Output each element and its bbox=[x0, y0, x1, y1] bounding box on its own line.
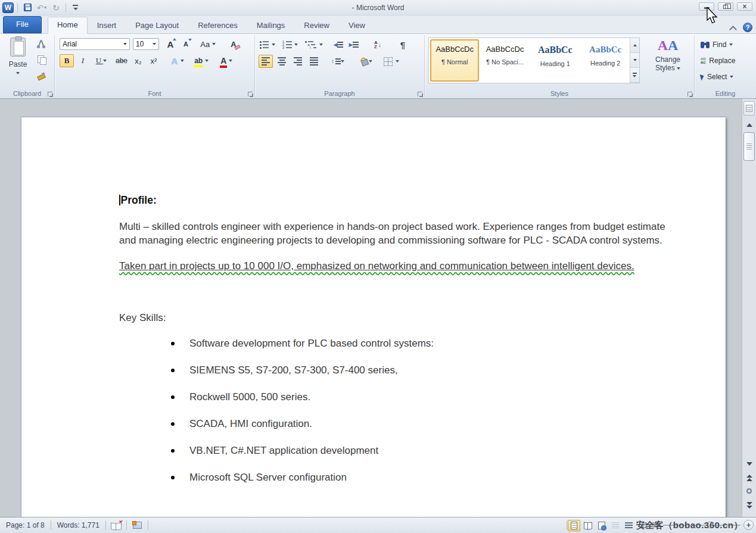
zoom-in-button[interactable]: + bbox=[743, 520, 754, 530]
multilevel-list-button[interactable]: a i bbox=[304, 38, 324, 51]
help-button[interactable]: ? bbox=[743, 23, 752, 32]
more-icon bbox=[633, 73, 637, 77]
styles-scroll-up-button[interactable] bbox=[630, 38, 639, 53]
shrink-font-button[interactable]: A bbox=[179, 38, 193, 51]
italic-button[interactable]: I bbox=[76, 54, 90, 67]
word-app-icon[interactable]: W bbox=[2, 2, 14, 13]
tab-home[interactable]: Home bbox=[48, 17, 88, 34]
strikethrough-button[interactable]: abe bbox=[114, 54, 129, 67]
scroll-up-button[interactable] bbox=[743, 119, 755, 130]
web-layout-view-button[interactable] bbox=[595, 520, 608, 531]
document-page[interactable]: Profile: Multi – skilled controls engine… bbox=[21, 117, 726, 517]
paragraph-dialog-launcher[interactable] bbox=[418, 92, 422, 96]
draft-view-button[interactable] bbox=[623, 520, 635, 531]
font-name-combobox[interactable]: Arial bbox=[60, 38, 130, 50]
select-button[interactable]: Select bbox=[701, 71, 733, 83]
bold-button[interactable]: B bbox=[60, 54, 74, 67]
copy-button[interactable] bbox=[35, 53, 48, 66]
font-color-button[interactable]: A bbox=[216, 54, 237, 67]
redo-button[interactable]: ↻ bbox=[50, 2, 62, 14]
select-browse-object-button[interactable] bbox=[743, 485, 755, 497]
tab-view[interactable]: View bbox=[339, 17, 375, 33]
undo-button[interactable]: ↶▾ bbox=[36, 2, 48, 14]
change-case-button[interactable]: Aa bbox=[198, 38, 218, 51]
style-heading2[interactable]: AaBbCc Heading 2 bbox=[581, 39, 630, 82]
replace-button[interactable]: abac Replace bbox=[701, 55, 735, 67]
select-label: Select bbox=[707, 73, 727, 81]
align-right-button[interactable] bbox=[291, 55, 305, 68]
subscript-button[interactable]: x₂ bbox=[131, 54, 145, 67]
scroll-down-button[interactable] bbox=[743, 458, 755, 469]
superscript-button[interactable]: x² bbox=[147, 54, 161, 67]
customize-qat-button[interactable] bbox=[70, 2, 82, 14]
grow-font-button[interactable]: A bbox=[163, 38, 178, 51]
previous-page-button[interactable] bbox=[743, 472, 755, 484]
clipboard-dialog-launcher[interactable] bbox=[48, 92, 52, 96]
format-painter-button[interactable] bbox=[35, 68, 48, 82]
highlight-color-button[interactable]: ab bbox=[191, 54, 212, 67]
ruler-toggle-button[interactable] bbox=[743, 101, 755, 116]
tab-page-layout[interactable]: Page Layout bbox=[126, 17, 188, 33]
paste-label: Paste bbox=[9, 60, 27, 68]
decrease-indent-button[interactable]: ◀ bbox=[331, 38, 346, 51]
align-left-button[interactable] bbox=[259, 55, 273, 68]
outline-view-button[interactable] bbox=[609, 520, 621, 531]
paste-button[interactable]: Paste bbox=[5, 38, 31, 88]
shrink-font-icon: A bbox=[183, 40, 188, 48]
macro-recording-button[interactable] bbox=[133, 522, 142, 529]
show-hide-marks-button[interactable]: ¶ bbox=[396, 38, 410, 51]
font-dialog-launcher[interactable] bbox=[248, 92, 253, 96]
restore-icon bbox=[723, 5, 728, 9]
styles-scroll-down-button[interactable] bbox=[630, 53, 639, 68]
tab-mailings[interactable]: Mailings bbox=[247, 17, 295, 33]
cut-button[interactable] bbox=[35, 38, 48, 51]
fullscreen-reading-view-button[interactable] bbox=[581, 520, 594, 531]
vertical-scrollbar[interactable] bbox=[742, 99, 756, 517]
print-layout-view-button[interactable] bbox=[568, 520, 580, 531]
proofing-errors-button[interactable]: ✗ bbox=[111, 522, 122, 529]
increase-indent-button[interactable]: ▶ bbox=[347, 38, 361, 51]
word-count[interactable]: Words: 1,771 bbox=[51, 521, 105, 529]
clear-formatting-button[interactable]: A bbox=[226, 38, 241, 51]
down-arrow-icon bbox=[746, 462, 752, 466]
find-button[interactable]: Find bbox=[701, 39, 733, 51]
save-icon bbox=[24, 4, 32, 11]
styles-more-button[interactable] bbox=[630, 68, 639, 83]
ribbon: Paste Clipboard Arial 10 A A Aa A B I U … bbox=[0, 34, 756, 99]
up-triangle-icon bbox=[173, 38, 176, 40]
restore-button[interactable] bbox=[718, 2, 733, 11]
superscript-icon: x² bbox=[151, 57, 157, 66]
page-indicator[interactable]: Page: 1 of 8 bbox=[0, 521, 51, 529]
tab-references[interactable]: References bbox=[188, 17, 247, 33]
divider bbox=[567, 520, 567, 530]
text-effects-button[interactable]: A bbox=[168, 54, 187, 67]
close-button[interactable]: × bbox=[737, 2, 752, 11]
sort-icon: AZ ↓ bbox=[374, 40, 381, 49]
sort-button[interactable]: AZ ↓ bbox=[369, 38, 386, 51]
shading-button[interactable] bbox=[356, 55, 377, 68]
tab-insert[interactable]: Insert bbox=[88, 17, 126, 33]
style-no-spacing[interactable]: AaBbCcDc ¶ No Spaci... bbox=[480, 39, 529, 82]
style-sample: AaBbCcDc bbox=[483, 45, 526, 54]
styles-dialog-launcher[interactable] bbox=[687, 92, 692, 96]
numbering-button[interactable]: 1 2 3 bbox=[281, 38, 299, 51]
style-name: Heading 2 bbox=[584, 60, 627, 67]
change-styles-button[interactable]: AA ChangeStyles bbox=[646, 36, 689, 72]
style-normal[interactable]: AaBbCcDc ¶ Normal bbox=[430, 39, 479, 82]
chevron-down-icon bbox=[730, 76, 733, 78]
justify-button[interactable] bbox=[307, 55, 321, 68]
save-button[interactable] bbox=[21, 2, 33, 14]
scrollbar-thumb[interactable] bbox=[743, 132, 755, 161]
align-center-button[interactable] bbox=[275, 55, 289, 68]
borders-button[interactable] bbox=[381, 55, 402, 68]
tab-review[interactable]: Review bbox=[294, 17, 339, 33]
line-spacing-button[interactable]: ↕ bbox=[328, 55, 348, 68]
bullets-button[interactable] bbox=[259, 38, 276, 51]
collapse-ribbon-icon[interactable] bbox=[730, 25, 736, 30]
next-page-button[interactable] bbox=[743, 500, 755, 511]
right-arrow-icon: ▶ bbox=[349, 42, 353, 48]
tab-file[interactable]: File bbox=[3, 16, 42, 33]
style-heading1[interactable]: AaBbCc Heading 1 bbox=[531, 39, 580, 82]
font-size-combobox[interactable]: 10 bbox=[133, 38, 159, 50]
underline-button[interactable]: U bbox=[92, 54, 111, 67]
